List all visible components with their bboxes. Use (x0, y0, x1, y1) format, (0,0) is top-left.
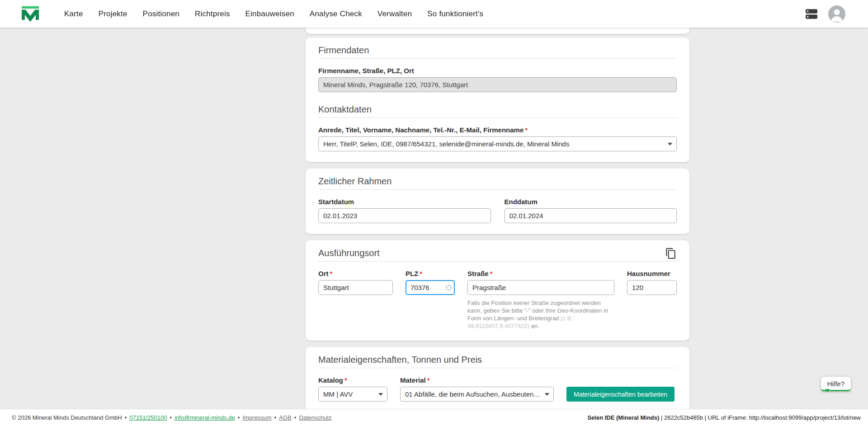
required-marker: * (427, 376, 430, 384)
nav-item-analyse-check[interactable]: Analyse Check (310, 9, 362, 19)
section-title-kontaktdaten: Kontaktdaten (318, 104, 677, 118)
chevron-down-icon (668, 143, 672, 145)
nav-item-einbauweisen[interactable]: Einbauweisen (245, 9, 294, 19)
material-label: Material* (400, 376, 554, 384)
separator: • (294, 414, 297, 421)
field-enddatum: Enddatum (505, 198, 677, 223)
katalog-label: Katalog* (318, 376, 387, 384)
chevron-down-icon (378, 393, 383, 396)
field-hausnummer: Hausnummer (627, 270, 677, 330)
footer-right: Selen IDE (Mineral Minds) | 2622c52b465b… (587, 414, 861, 421)
main-content: Firmendaten Firmenname, Straße, PLZ, Ort… (0, 28, 868, 409)
hausnummer-input[interactable] (627, 280, 677, 295)
label-text: Ort (318, 270, 329, 278)
field-ort: Ort* (318, 270, 393, 330)
field-material: Material* 01 Abfälle, die beim Aufsuchen… (400, 376, 554, 402)
label-text: PLZ (406, 270, 418, 278)
address-fields-row: Ort* PLZ* Straße* (318, 270, 677, 330)
startdatum-label: Startdatum (318, 198, 491, 206)
section-title-material: Materialeigenschaften, Tonnen und Preis (318, 354, 677, 368)
copyright-text: © 2026 Mineral Minds Deutschland GmbH (12, 414, 122, 421)
required-marker: * (344, 376, 347, 384)
edit-material-properties-button[interactable]: Materialeigenschaften bearbeiten (566, 387, 675, 402)
mineral-minds-logo[interactable] (21, 5, 40, 23)
startdatum-input[interactable] (318, 208, 491, 223)
nav-item-karte[interactable]: Karte (64, 9, 83, 19)
section-title-firmendaten: Firmendaten (318, 45, 677, 59)
label-text: Startdatum (318, 198, 354, 206)
navbar-right (805, 5, 845, 23)
help-button[interactable]: Hilfe? (821, 377, 851, 391)
contact-select[interactable]: Herr, TitelP, Selen, IDE, 0987/654321, s… (318, 136, 677, 151)
main-nav: Karte Projekte Positionen Richtpreis Ein… (64, 9, 483, 19)
field-plz: PLZ* (406, 270, 455, 330)
enddatum-input[interactable] (505, 208, 677, 223)
chevron-down-icon (545, 393, 549, 396)
card-ausfuehrungsort: Ausführungsort Ort* PLZ* (306, 240, 689, 341)
field-startdatum: Startdatum (318, 198, 491, 223)
session-info-rest: | 2622c52b465b | URL of iFrame: http://l… (659, 414, 861, 421)
company-address-input[interactable] (318, 77, 677, 92)
section-title-zeitlicher-rahmen: Zeitlicher Rahmen (318, 176, 677, 190)
plz-input-wrap (406, 280, 455, 295)
required-marker: * (525, 126, 528, 134)
contact-select-value: Herr, TitelP, Selen, IDE, 0987/654321, s… (323, 140, 569, 148)
material-select[interactable]: 01 Abfälle, die beim Aufsuchen, Ausbeute… (400, 387, 554, 402)
server-icon[interactable] (805, 8, 818, 20)
strasse-hint: Falls die Position keiner Straße zugeord… (467, 299, 614, 330)
label-text: Hausnummer (627, 270, 670, 278)
ausfuehrungsort-header: Ausführungsort (318, 248, 677, 262)
navbar: Karte Projekte Positionen Richtpreis Ein… (0, 0, 868, 28)
field-katalog: Katalog* MM | AVV (318, 376, 387, 402)
hint-text-end: an. (529, 323, 539, 329)
footer-phone-link[interactable]: 07151/250100 (129, 414, 167, 421)
separator: • (238, 414, 240, 421)
strasse-input[interactable] (467, 280, 614, 295)
nav-item-richtpreis[interactable]: Richtpreis (195, 9, 230, 19)
footer-datenschutz-link[interactable]: Datenschutz (299, 414, 331, 421)
loading-spinner-icon (446, 285, 452, 290)
card-firmendaten: Firmendaten Firmenname, Straße, PLZ, Ort… (306, 37, 689, 162)
footer-left: © 2026 Mineral Minds Deutschland GmbH • … (12, 414, 332, 421)
nav-item-verwalten[interactable]: Verwalten (377, 9, 412, 19)
card-zeitlicher-rahmen: Zeitlicher Rahmen Startdatum Enddatum (306, 169, 689, 234)
required-marker: * (420, 270, 422, 278)
material-select-value: 01 Abfälle, die beim Aufsuchen, Ausbeute… (405, 390, 542, 398)
katalog-select-value: MM | AVV (323, 390, 353, 398)
footer-impressum-link[interactable]: Impressum (242, 414, 271, 421)
card-material: Materialeigenschaften, Tonnen und Preis … (306, 347, 689, 409)
company-address-label: Firmenname, Straße, PLZ, Ort (318, 67, 677, 75)
label-text: Katalog (318, 376, 343, 384)
separator: • (125, 414, 127, 421)
footer-agb-link[interactable]: AGB (279, 414, 291, 421)
contact-label: Anrede, Titel, Vorname, Nachname, Tel.-N… (318, 126, 677, 134)
avatar[interactable] (828, 5, 845, 23)
ort-label: Ort* (318, 270, 393, 278)
previous-card-bottom (306, 28, 689, 34)
logo-icon (21, 5, 40, 23)
separator: • (274, 414, 277, 421)
footer-email-link[interactable]: info@mineral-minds.de (175, 414, 235, 421)
label-text: Firmenname, Straße, PLZ, Ort (318, 67, 414, 75)
label-text: Anrede, Titel, Vorname, Nachname, Tel.-N… (318, 126, 524, 134)
help-button-label: Hilfe? (827, 380, 844, 388)
nav-item-so-funktionierts[interactable]: So funktioniert's (427, 9, 483, 19)
separator: • (170, 414, 172, 421)
label-text: Enddatum (505, 198, 538, 206)
required-marker: * (330, 270, 333, 278)
form-column: Firmendaten Firmenname, Straße, PLZ, Ort… (306, 28, 689, 409)
plz-label: PLZ* (406, 270, 455, 278)
material-fields-row: Katalog* MM | AVV Material* 01 Abfälle, … (318, 376, 677, 402)
nav-item-positionen[interactable]: Positionen (143, 9, 179, 19)
katalog-select[interactable]: MM | AVV (318, 387, 387, 402)
ort-input[interactable] (318, 280, 393, 295)
hausnummer-label: Hausnummer (627, 270, 677, 278)
section-title-ausfuehrungsort: Ausführungsort (318, 248, 380, 258)
nav-item-projekte[interactable]: Projekte (99, 9, 127, 19)
date-fields-row: Startdatum Enddatum (318, 198, 677, 223)
label-text: Straße (467, 270, 489, 278)
strasse-label: Straße* (467, 270, 614, 278)
copy-icon[interactable] (665, 248, 677, 259)
label-text: Material (400, 376, 426, 384)
field-strasse: Straße* Falls die Position keiner Straße… (467, 270, 614, 330)
